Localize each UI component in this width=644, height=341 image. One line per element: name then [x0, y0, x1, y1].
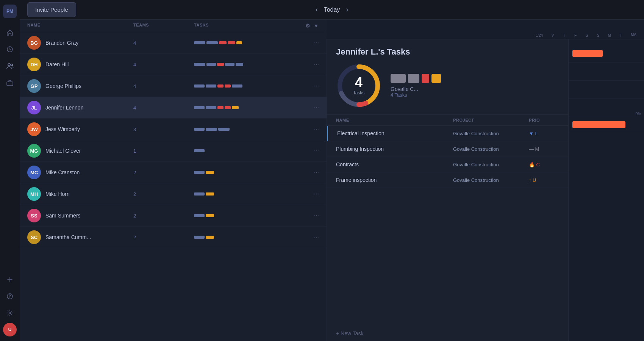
task-col-priority: PRIO	[529, 118, 559, 122]
task-bar	[236, 63, 243, 66]
gantt-bar	[572, 50, 603, 57]
person-name-text: George Phillips	[45, 83, 81, 89]
person-name: MG Michael Glover	[27, 144, 133, 158]
gantt-strip: 0%	[568, 39, 644, 341]
person-row-bg[interactable]: BG Brandon Gray 4 ···	[20, 32, 327, 54]
table-header: NAME TEAMS TASKS ⚙ ▼	[20, 20, 327, 32]
task-col-project: PROJECT	[453, 118, 529, 122]
sidebar-item-people[interactable]	[3, 59, 17, 73]
sidebar-item-home[interactable]	[3, 26, 17, 39]
person-teams-count: 2	[133, 213, 194, 219]
person-name-text: Sam Summers	[45, 213, 81, 219]
task-project: Govalle Construction	[453, 146, 529, 152]
col-tasks: TASKS	[194, 23, 296, 29]
task-row[interactable]: Frame inspection Govalle Construction ↑ …	[327, 172, 568, 188]
person-row-mh[interactable]: MH Mike Horn 2 ···	[20, 183, 327, 205]
calendar-day: T	[559, 33, 569, 38]
task-bar	[206, 106, 216, 109]
filter-icon[interactable]: ⚙	[305, 23, 311, 29]
sidebar-settings-icon[interactable]	[3, 306, 17, 320]
svg-point-1	[8, 64, 10, 66]
gantt-row: 0%	[569, 99, 644, 117]
person-more-button[interactable]: ···	[296, 83, 319, 89]
prev-date-button[interactable]: ‹	[316, 6, 318, 14]
topbar: Invite People ‹ Today ›	[20, 0, 644, 20]
task-bar	[194, 41, 205, 44]
col-name: NAME	[27, 23, 133, 29]
task-project: Govalle Construction	[453, 131, 529, 136]
person-task-bars	[194, 84, 296, 88]
person-row-dh[interactable]: DH Daren Hill 4 ···	[20, 54, 327, 75]
sort-icon[interactable]: ▼	[313, 23, 319, 29]
person-name: SC Samantha Cumm...	[27, 230, 133, 244]
person-more-button[interactable]: ···	[296, 191, 319, 197]
person-more-button[interactable]: ···	[296, 234, 319, 241]
donut-center: 4 Tasks	[353, 76, 365, 95]
person-row-jl[interactable]: JL Jennifer Lennon 4 ···	[20, 97, 327, 119]
app-logo: PM	[3, 5, 17, 18]
col-teams: TEAMS	[133, 23, 194, 29]
people-panel: NAME TEAMS TASKS ⚙ ▼ BG Brandon Gray 4 ·…	[20, 20, 327, 341]
sidebar-add-icon[interactable]	[3, 273, 17, 286]
task-table-header: NAME PROJECT PRIO	[327, 115, 568, 126]
person-teams-count: 4	[133, 62, 194, 67]
people-list: BG Brandon Gray 4 ··· DH Daren Hill 4 ··…	[20, 32, 327, 341]
person-more-button[interactable]: ···	[296, 169, 319, 176]
person-avatar: SC	[27, 230, 41, 244]
task-bar	[217, 84, 224, 88]
calendar-day: V	[547, 33, 558, 38]
gantt-row	[569, 44, 644, 63]
task-row[interactable]: Plumbing Inspection Govalle Construction…	[327, 141, 568, 157]
person-row-jw[interactable]: JW Jess Wimberly 3 ···	[20, 119, 327, 140]
next-date-button[interactable]: ›	[346, 6, 348, 14]
task-bar	[194, 192, 205, 196]
calendar-day: S	[581, 33, 592, 38]
project-name: Govalle C...	[391, 86, 559, 92]
person-more-button[interactable]: ···	[296, 104, 319, 111]
invite-people-button[interactable]: Invite People	[27, 2, 76, 17]
task-bar	[194, 236, 205, 239]
right-panel: 1'24 VTFSSMT MA Jennifer L.'s Tasks	[327, 20, 644, 341]
person-row-gp[interactable]: GP George Phillips 4 ···	[20, 75, 327, 97]
task-name: Electrical Inspection	[337, 130, 453, 136]
person-name: GP George Phillips	[27, 79, 133, 93]
task-name: Contracts	[336, 161, 453, 167]
calendar-day: F	[570, 33, 581, 38]
task-priority: ▼ L	[529, 131, 559, 136]
sidebar-help-icon[interactable]	[3, 289, 17, 303]
person-more-button[interactable]: ···	[296, 39, 319, 46]
sidebar-item-briefcase[interactable]	[3, 76, 17, 89]
gantt-percent: 0%	[636, 112, 641, 116]
task-priority: ↑ U	[529, 177, 559, 183]
task-row[interactable]: Electrical Inspection Govalle Constructi…	[327, 126, 568, 141]
person-more-button[interactable]: ···	[296, 147, 319, 154]
task-priority: — M	[529, 146, 559, 152]
person-teams-count: 2	[133, 235, 194, 240]
task-bar	[206, 84, 216, 88]
person-task-bars	[194, 192, 296, 196]
user-avatar[interactable]: U	[3, 323, 17, 336]
calendar-header: 1'24 VTFSSMT MA	[327, 20, 644, 39]
today-label: Today	[324, 6, 340, 13]
project-bar	[391, 74, 406, 83]
gantt-header	[569, 39, 644, 44]
task-col-name: NAME	[336, 118, 453, 122]
task-bar	[218, 128, 230, 131]
person-name: MH Mike Horn	[27, 187, 133, 201]
sidebar-item-clock[interactable]	[3, 42, 17, 56]
person-avatar: GP	[27, 79, 41, 93]
person-row-mg[interactable]: MG Michael Glover 1 ···	[20, 140, 327, 162]
person-avatar: BG	[27, 36, 41, 50]
month-label: MA	[631, 33, 636, 37]
person-row-ss[interactable]: SS Sam Summers 2 ···	[20, 205, 327, 227]
task-bar	[206, 171, 214, 174]
person-more-button[interactable]: ···	[296, 212, 319, 219]
person-row-mc[interactable]: MC Mike Cranston 2 ···	[20, 162, 327, 183]
person-teams-count: 4	[133, 105, 194, 111]
person-more-button[interactable]: ···	[296, 61, 319, 68]
person-avatar: MC	[27, 166, 41, 179]
task-row[interactable]: Contracts Govalle Construction 🔥 C	[327, 157, 568, 172]
person-row-sc[interactable]: SC Samantha Cumm... 2 ···	[20, 227, 327, 248]
new-task-button[interactable]: + New Task	[327, 326, 568, 341]
person-more-button[interactable]: ···	[296, 126, 319, 133]
